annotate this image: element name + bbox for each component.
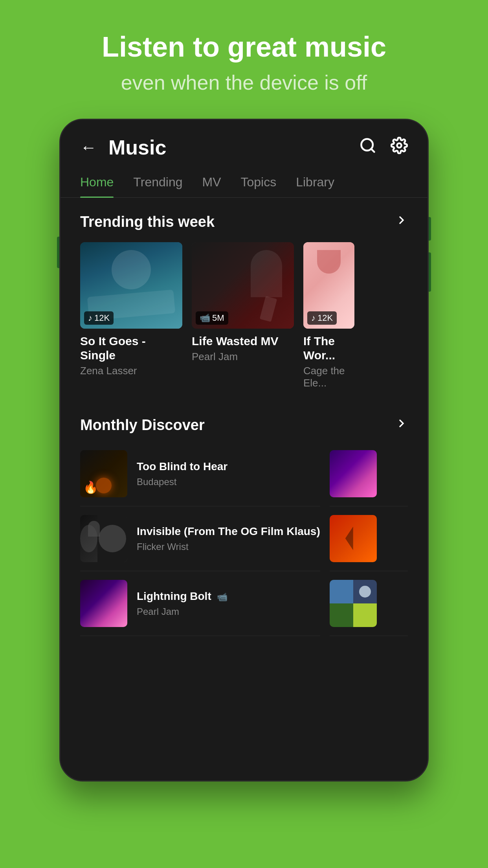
discover-right-item-3[interactable] [330, 571, 408, 636]
settings-icon[interactable] [391, 137, 408, 158]
tab-library[interactable]: Library [296, 167, 334, 197]
discover-info-1: Too Blind to Hear Budapest [137, 460, 320, 487]
trending-card-1-image: ♪ 12K [80, 242, 182, 329]
monthly-section-header: Monthly Discover [61, 401, 427, 441]
trending-title: Trending this week [80, 213, 215, 230]
trending-card-1-artist: Zena Lasser [80, 365, 182, 377]
tab-trending[interactable]: Trending [133, 167, 182, 197]
trending-card-1-title: So It Goes - Single [80, 334, 182, 362]
monthly-arrow[interactable] [395, 417, 408, 433]
discover-item-1-title: Too Blind to Hear [137, 460, 320, 474]
svg-line-1 [371, 149, 374, 152]
trending-card-2-title: Life Wasted MV [192, 334, 294, 348]
top-bar-right [359, 137, 408, 158]
trending-section-header: Trending this week [61, 198, 427, 238]
discover-left-col: Too Blind to Hear Budapest [80, 441, 320, 636]
discover-right-item-2[interactable] [330, 506, 408, 571]
trending-arrow[interactable] [395, 213, 408, 230]
discover-right-item-1[interactable] [330, 441, 408, 506]
discover-info-2: Invisible (From The OG Film Klaus) Flick… [137, 524, 320, 552]
trending-card-3-artist: Cage the Ele... [303, 365, 354, 389]
trending-card-3-title: If The Wor... [303, 334, 354, 362]
discover-item-2-artist: Flicker Wrist [137, 541, 320, 552]
discover-item-2-title: Invisible (From The OG Film Klaus) [137, 524, 320, 539]
discover-right-thumb-1 [330, 450, 377, 497]
discover-grid: Too Blind to Hear Budapest [80, 441, 408, 636]
monthly-title: Monthly Discover [80, 417, 205, 434]
phone-screen: ← Music [61, 120, 427, 780]
top-bar-left: ← Music [80, 136, 166, 159]
video-icon: 📹 [217, 592, 227, 602]
discover-info-3: Lightning Bolt 📹 Pearl Jam [137, 589, 320, 617]
trending-card-2-image: 📹 5M [192, 242, 294, 329]
trending-card-3-badge: ♪ 12K [307, 311, 337, 325]
monthly-section: Too Blind to Hear Budapest [61, 441, 427, 636]
hero-section: Listen to great music even when the devi… [0, 0, 488, 119]
discover-right-col [330, 441, 408, 636]
top-bar: ← Music [61, 120, 427, 167]
trending-card-3[interactable]: ♪ 12K If The Wor... Cage the Ele... [303, 242, 354, 389]
phone-wrapper: ← Music [59, 119, 429, 782]
trending-card-1-badge: ♪ 12K [84, 311, 114, 325]
discover-right-thumb-2 [330, 515, 377, 562]
hero-subtitle: even when the device is off [16, 70, 472, 95]
trending-row: ♪ 12K So It Goes - Single Zena Lasser [61, 238, 427, 401]
tab-bar: Home Trending MV Topics Library [61, 167, 427, 198]
trending-card-2-artist: Pearl Jam [192, 351, 294, 363]
page-title: Music [108, 136, 166, 159]
svg-point-2 [397, 143, 402, 147]
tab-topics[interactable]: Topics [240, 167, 276, 197]
discover-thumb-3 [80, 580, 127, 627]
discover-item-3-title: Lightning Bolt 📹 [137, 589, 320, 603]
discover-item-1-artist: Budapest [137, 476, 320, 487]
tab-mv[interactable]: MV [202, 167, 221, 197]
back-button[interactable]: ← [80, 138, 97, 157]
hero-title: Listen to great music [16, 31, 472, 63]
discover-item-2[interactable]: Invisible (From The OG Film Klaus) Flick… [80, 506, 320, 571]
phone-container: ← Music [59, 119, 429, 782]
search-icon[interactable] [359, 137, 376, 158]
trending-card-1[interactable]: ♪ 12K So It Goes - Single Zena Lasser [80, 242, 182, 389]
tab-home[interactable]: Home [80, 167, 114, 197]
trending-card-2-badge: 📹 5M [196, 311, 228, 325]
discover-thumb-2 [80, 515, 127, 562]
discover-thumb-1 [80, 450, 127, 497]
trending-card-2[interactable]: 📹 5M Life Wasted MV Pearl Jam [192, 242, 294, 389]
trending-card-3-image: ♪ 12K [303, 242, 354, 329]
discover-item-3[interactable]: Lightning Bolt 📹 Pearl Jam [80, 571, 320, 636]
discover-item-3-artist: Pearl Jam [137, 606, 320, 617]
discover-right-thumb-3 [330, 580, 377, 627]
discover-item-1[interactable]: Too Blind to Hear Budapest [80, 441, 320, 506]
